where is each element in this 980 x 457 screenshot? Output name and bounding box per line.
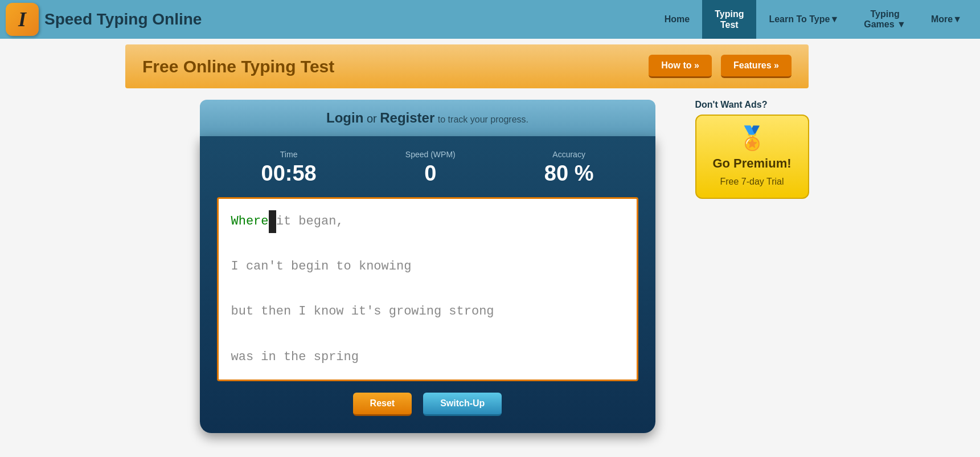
premium-icon: 🏅 — [706, 125, 799, 152]
main-content: Login or Register to track your progress… — [0, 100, 980, 433]
nav-home-label: Home — [665, 14, 690, 25]
top-navigation: I Speed Typing Online Home Typing Test L… — [0, 0, 980, 39]
nav-more-sublabel: ▼ — [953, 14, 962, 25]
banner-buttons: How to » Features » — [649, 55, 792, 78]
nav-games-label: Typing — [870, 9, 899, 19]
or-text: or — [367, 112, 380, 125]
nav-more-label: More — [931, 14, 953, 25]
banner: Free Online Typing Test How to » Feature… — [125, 44, 809, 88]
action-buttons: Reset Switch-Up — [217, 393, 638, 416]
nav-item-more[interactable]: More ▼ — [919, 0, 974, 39]
nav-items: Home Typing Test Learn To Type ▼ Typing … — [652, 0, 974, 39]
features-button[interactable]: Features » — [721, 55, 792, 78]
nav-learn-sublabel: ▼ — [830, 14, 839, 25]
nav-games-sublabel: Games ▼ — [864, 19, 906, 29]
nav-typing-test-inner: Typing Test — [715, 9, 744, 30]
logo-letter: I — [18, 7, 26, 31]
no-ads-label: Don't Want Ads? — [695, 100, 809, 110]
typing-section: Login or Register to track your progress… — [171, 100, 684, 433]
accuracy-label: Accuracy — [544, 150, 594, 159]
cursor — [269, 210, 276, 233]
accuracy-value: 80 % — [544, 161, 594, 186]
banner-title: Free Online Typing Test — [142, 57, 334, 76]
sidebar: Don't Want Ads? 🏅 Go Premium! Free 7-day… — [695, 100, 809, 433]
stat-time: Time 00:58 — [261, 150, 317, 186]
speed-label: Speed (WPM) — [405, 150, 456, 159]
nav-typing-test-label: Typing — [715, 9, 744, 19]
logo-container: I Speed Typing Online — [6, 3, 202, 36]
remaining-text: it began,I can't begin to knowingbut the… — [231, 214, 494, 364]
stats-row: Time 00:58 Speed (WPM) 0 Accuracy 80 % — [217, 150, 638, 186]
nav-item-home[interactable]: Home — [652, 0, 702, 39]
switchup-button[interactable]: Switch-Up — [423, 393, 502, 416]
register-link[interactable]: Register — [380, 110, 434, 125]
nav-games-inner: Typing Games ▼ — [864, 9, 906, 30]
stat-speed: Speed (WPM) 0 — [405, 150, 456, 186]
nav-item-typing-games[interactable]: Typing Games ▼ — [851, 0, 919, 39]
typing-box: Time 00:58 Speed (WPM) 0 Accuracy 80 % W… — [200, 136, 655, 433]
nav-item-learn-to-type[interactable]: Learn To Type ▼ — [756, 0, 851, 39]
nav-item-typing-test[interactable]: Typing Test — [702, 0, 756, 39]
track-text: to track your progress. — [438, 115, 528, 124]
premium-title: Go Premium! — [706, 156, 799, 171]
reset-button[interactable]: Reset — [353, 393, 412, 416]
time-value: 00:58 — [261, 161, 317, 186]
howto-button[interactable]: How to » — [649, 55, 712, 78]
nav-typing-test-sublabel: Test — [720, 20, 739, 30]
nav-learn-label: Learn To Type — [769, 14, 830, 25]
premium-sub: Free 7-day Trial — [706, 176, 799, 188]
typed-correct-text: Where — [231, 214, 269, 228]
time-label: Time — [261, 150, 317, 159]
site-title: Speed Typing Online — [44, 10, 202, 28]
login-bar: Login or Register to track your progress… — [200, 100, 655, 136]
logo-icon[interactable]: I — [6, 3, 39, 36]
speed-value: 0 — [405, 161, 456, 186]
premium-box[interactable]: 🏅 Go Premium! Free 7-day Trial — [695, 115, 809, 199]
stat-accuracy: Accuracy 80 % — [544, 150, 594, 186]
login-link[interactable]: Login — [326, 110, 363, 125]
text-display[interactable]: Where it began,I can't begin to knowingb… — [217, 197, 638, 381]
